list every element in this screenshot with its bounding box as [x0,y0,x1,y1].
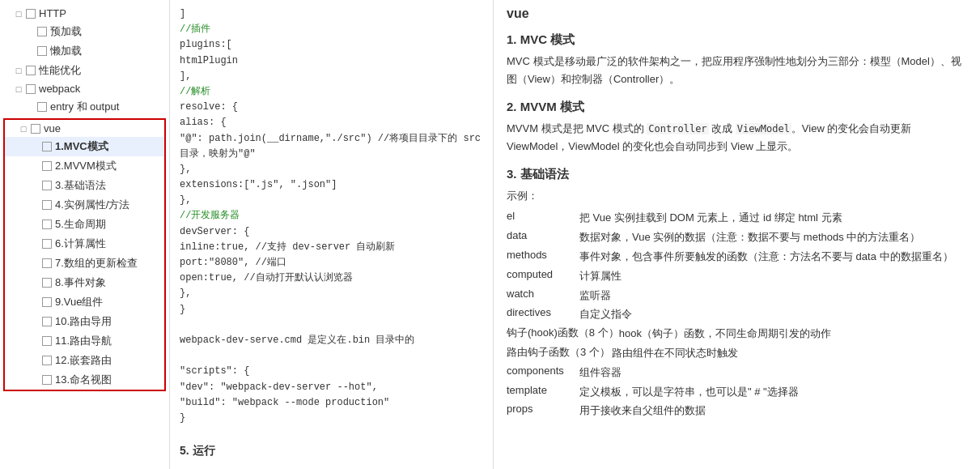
desc-el: 把 Vue 实例挂载到 DOM 元素上，通过 id 绑定 html 元素 [579,210,967,227]
checkbox-perf[interactable] [26,66,36,75]
sidebar-item-events[interactable]: 8.事件对象 [5,273,164,292]
expand-lifecycle-icon [29,220,40,229]
term-row-components: components 组件容器 [507,365,967,382]
checkbox-computed[interactable] [42,239,52,249]
checkbox-routing[interactable] [42,317,52,326]
desc-methods: 事件对象，包含事件所要触发的函数（注意：方法名不要与 data 中的数据重名） [579,249,967,266]
checkbox-preload[interactable] [37,27,47,36]
desc-template: 定义模板，可以是字符串，也可以是" # "选择器 [579,384,967,401]
checkbox-route-nav[interactable] [42,336,52,346]
term-hook: 钩子(hook)函数（8 个） [507,326,619,340]
expand-webpack-icon: □ [13,84,24,94]
sidebar-item-lazyload[interactable]: 懒加载 [0,41,169,61]
checkbox-basic[interactable] [42,181,52,190]
sidebar-label-webpack: webpack [39,83,163,95]
checkbox-http[interactable] [26,9,36,19]
code-line-1: ] [180,6,483,22]
section-run: 5. 运行 [180,441,483,459]
sidebar-label-mvc: 1.MVC模式 [55,139,158,154]
expand-components-icon [29,297,40,307]
code-line-2: //插件 [180,22,483,37]
sidebar-label-vue: vue [44,122,158,134]
sidebar-item-webpack[interactable]: □ webpack [0,80,169,97]
sidebar-item-array[interactable]: 7.数组的更新检查 [5,254,164,273]
term-directives: directives [507,306,579,318]
term-computed: computed [507,268,579,280]
sidebar-item-computed[interactable]: 6.计算属性 [5,234,164,254]
term-watch: watch [507,288,579,300]
checkbox-mvvm[interactable] [42,161,52,171]
checkbox-webpack[interactable] [26,84,36,94]
sidebar-label-computed: 6.计算属性 [55,237,158,251]
sidebar-label-events: 8.事件对象 [55,275,158,290]
term-row-hook: 钩子(hook)函数（8 个） hook（钩子）函数，不同生命周期引发的动作 [507,326,967,343]
desc-components: 组件容器 [579,365,967,382]
term-data: data [507,229,579,241]
code-line-11: extensions:[".js", ".json"] [180,177,483,193]
checkbox-instance[interactable] [42,200,52,210]
term-row-computed: computed 计算属性 [507,268,967,285]
sidebar-label-array: 7.数组的更新检查 [55,256,158,271]
sidebar-label-lifecycle: 5.生命周期 [55,217,158,232]
sidebar-label-preload: 预加载 [50,24,163,39]
sidebar-item-nested[interactable]: 12.嵌套路由 [5,351,164,370]
term-route-hook: 路由钩子函数（3 个） [507,345,612,360]
sidebar-item-route-nav[interactable]: 11.路由导航 [5,331,164,351]
code-line-3: plugins:[ [180,37,483,53]
sidebar-item-perf[interactable]: □ 性能优化 [0,61,169,80]
term-row-methods: methods 事件对象，包含事件所要触发的函数（注意：方法名不要与 data … [507,249,967,266]
checkbox-nested[interactable] [42,356,52,365]
sidebar-label-http: HTTP [39,7,163,19]
expand-array-icon [29,258,40,268]
code-line-21: "scripts": { [180,364,483,379]
checkbox-events[interactable] [42,278,52,288]
checkbox-lazyload[interactable] [37,46,47,56]
sidebar-item-named-views[interactable]: 13.命名视图 [5,370,164,390]
sidebar-label-named: 13.命名视图 [55,373,158,387]
code-line-19: } [180,302,483,318]
checkbox-named[interactable] [42,375,52,385]
sidebar-label-lazyload: 懒加载 [50,44,163,58]
term-list: el 把 Vue 实例挂载到 DOM 元素上，通过 id 绑定 html 元素 … [507,210,967,420]
sidebar-item-basic[interactable]: 3.基础语法 [5,176,164,195]
code-line-10: }, [180,162,483,177]
sidebar-item-components[interactable]: 9.Vue组件 [5,292,164,312]
code-line-23: "build": "webpack --mode production" [180,395,483,411]
expand-mvvm-icon [29,161,40,171]
checkbox-lifecycle[interactable] [42,220,52,229]
sidebar-item-mvc[interactable]: 1.MVC模式 [5,137,164,156]
desc-props: 用于接收来自父组件的数据 [579,403,967,420]
sidebar: □ HTTP 预加载 懒加载 □ 性能优化 □ webpack entry 和 … [0,0,170,469]
term-methods: methods [507,249,579,261]
sidebar-label-nested: 12.嵌套路由 [55,353,158,368]
expand-mvc-icon [29,142,40,151]
sidebar-item-vue[interactable]: □ vue [5,120,164,137]
checkbox-array[interactable] [42,258,52,268]
sidebar-item-mvvm[interactable]: 2.MVVM模式 [5,156,164,176]
checkbox-vue[interactable] [31,124,40,134]
term-row-data: data 数据对象，Vue 实例的数据（注意：数据不要与 methods 中的方… [507,229,967,246]
term-row-el: el 把 Vue 实例挂载到 DOM 元素上，通过 id 绑定 html 元素 [507,210,967,227]
code-panel: ] //插件 plugins:[ htmlPlugin ], //解析 reso… [170,0,494,469]
sidebar-item-instance[interactable]: 4.实例属性/方法 [5,195,164,215]
desc-directives: 自定义指令 [579,306,967,323]
checkbox-components[interactable] [42,297,52,307]
desc-data: 数据对象，Vue 实例的数据（注意：数据不要与 methods 中的方法重名） [579,229,967,246]
expand-basic-icon [29,181,40,190]
sidebar-item-preload[interactable]: 预加载 [0,22,169,41]
expand-perf-icon: □ [13,66,24,75]
code-line-9: "@": path.join(__dirname,"./src") //将项目目… [180,131,483,162]
checkbox-mvc[interactable] [42,142,52,151]
checkbox-entry[interactable] [37,102,47,112]
sidebar-item-http[interactable]: □ HTTP [0,5,169,22]
code-line-24: } [180,411,483,426]
section-heading-basic: 3. 基础语法 [507,167,967,182]
sidebar-label-basic: 3.基础语法 [55,178,158,193]
term-row-route-hook: 路由钩子函数（3 个） 路由组件在不同状态时触发 [507,345,967,362]
sidebar-label-route-nav: 11.路由导航 [55,334,158,348]
sidebar-item-entry-output[interactable]: entry 和 output [0,97,169,117]
expand-lazyload-icon [24,46,36,56]
sidebar-item-routing[interactable]: 10.路由导用 [5,312,164,331]
code-line-7: resolve: { [180,100,483,115]
sidebar-item-lifecycle[interactable]: 5.生命周期 [5,215,164,234]
